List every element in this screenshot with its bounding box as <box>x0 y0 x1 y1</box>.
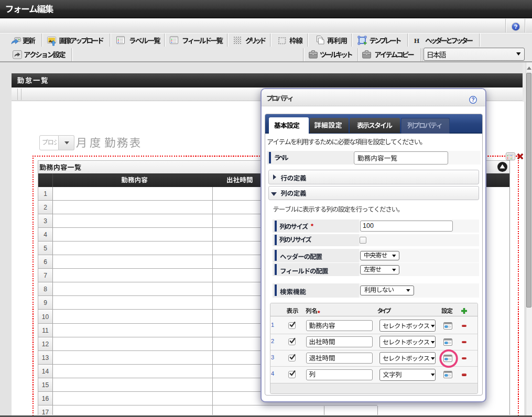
svg-text:?: ? <box>471 97 474 103</box>
svg-text:?: ? <box>514 24 518 30</box>
